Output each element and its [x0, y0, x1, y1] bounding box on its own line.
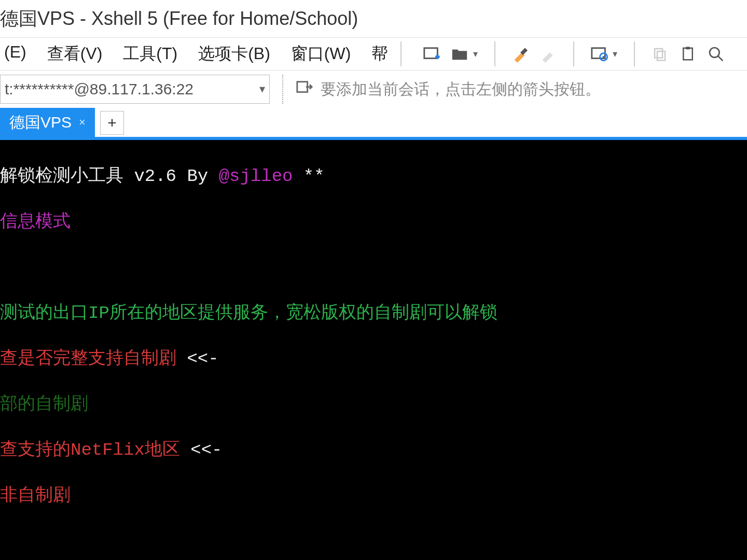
- session-hint: 要添加当前会话，点击左侧的箭头按钮。: [296, 79, 601, 100]
- toolbar: ▾ ▾: [420, 41, 727, 66]
- session-separator: [282, 75, 283, 104]
- terminal[interactable]: 解锁检测小工具 v2.6 By @sjlleo ** 信息模式 测试的出口IP所…: [0, 140, 747, 560]
- menu-edit[interactable]: (E): [0, 40, 31, 67]
- menu-bar: (E) 查看(V) 工具(T) 选项卡(B) 窗口(W) 帮 ▾ ▾: [0, 37, 747, 71]
- toolbar-separator-2: [573, 41, 574, 66]
- open-caret-icon[interactable]: ▾: [473, 48, 478, 60]
- term-text: 解锁检测小工具 v2.6 By: [0, 166, 219, 186]
- address-combo[interactable]: t:**********@89.117.1.36:22 ▾: [0, 75, 270, 104]
- term-text: <<-: [190, 440, 222, 460]
- address-text: t:**********@89.117.1.36:22: [5, 80, 193, 98]
- svg-point-6: [603, 56, 605, 58]
- term-text: 部的自制剧: [0, 395, 88, 414]
- add-session-arrow-icon[interactable]: [296, 79, 313, 100]
- term-text: 信息模式: [0, 212, 71, 232]
- session-row: t:**********@89.117.1.36:22 ▾ 要添加当前会话，点击…: [0, 71, 747, 108]
- svg-line-12: [718, 56, 723, 61]
- menu-tools[interactable]: 工具(T): [119, 40, 182, 67]
- open-icon[interactable]: [448, 43, 471, 65]
- title-bar: 德国VPS - Xshell 5 (Free for Home/School): [0, 0, 747, 37]
- menu-separator: [400, 41, 402, 66]
- menu-items: (E) 查看(V) 工具(T) 选项卡(B) 窗口(W) 帮: [0, 40, 392, 67]
- svg-rect-8: [657, 51, 665, 61]
- tab-strip: 德国VPS × +: [0, 108, 747, 140]
- color-picker-icon: [537, 43, 560, 65]
- svg-rect-7: [655, 49, 662, 58]
- term-text: 查支持的NetFlix地区: [0, 440, 190, 460]
- settings-icon[interactable]: [588, 43, 611, 65]
- svg-rect-9: [684, 48, 693, 60]
- session-hint-text: 要添加当前会话，点击左侧的箭头按钮。: [321, 79, 601, 100]
- term-text: **: [293, 166, 324, 186]
- term-text: 查是否完整支持自制剧: [0, 349, 187, 369]
- address-caret-icon[interactable]: ▾: [259, 82, 265, 96]
- tab-label: 德国VPS: [9, 112, 72, 133]
- svg-rect-10: [686, 47, 690, 49]
- paste-icon[interactable]: [676, 43, 699, 65]
- highlight-icon[interactable]: [509, 43, 532, 65]
- toolbar-separator-1: [494, 41, 495, 66]
- svg-rect-13: [297, 81, 308, 92]
- term-text: 测试的出口IP所在的地区提供服务，宽松版权的自制剧可以解锁: [0, 303, 497, 323]
- settings-caret-icon[interactable]: ▾: [613, 48, 617, 60]
- copy-icon: [648, 43, 671, 65]
- term-text: @sjlleo: [219, 166, 293, 186]
- menu-tab[interactable]: 选项卡(B): [194, 40, 274, 67]
- menu-help[interactable]: 帮: [367, 40, 392, 67]
- search-icon[interactable]: [704, 43, 727, 65]
- tab-close-icon[interactable]: ×: [79, 116, 86, 129]
- toolbar-separator-3: [634, 41, 635, 66]
- menu-view[interactable]: 查看(V): [43, 40, 107, 67]
- new-session-icon[interactable]: [420, 43, 443, 65]
- term-text: <<-: [187, 349, 218, 369]
- tab-active[interactable]: 德国VPS ×: [0, 108, 95, 137]
- tab-add-button[interactable]: +: [100, 111, 124, 135]
- term-text: 非自制剧: [0, 486, 71, 506]
- menu-window[interactable]: 窗口(W): [287, 40, 355, 67]
- svg-point-11: [710, 48, 720, 58]
- window-title: 德国VPS - Xshell 5 (Free for Home/School): [0, 6, 358, 32]
